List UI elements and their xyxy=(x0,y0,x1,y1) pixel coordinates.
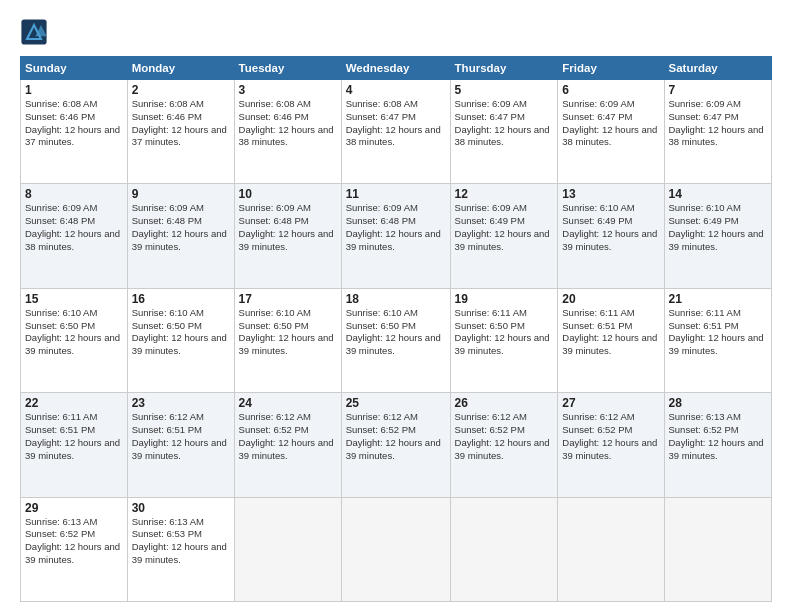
day-info: Sunrise: 6:12 AMSunset: 6:51 PMDaylight:… xyxy=(132,411,227,460)
calendar-cell: 5 Sunrise: 6:09 AMSunset: 6:47 PMDayligh… xyxy=(450,80,558,184)
day-number: 22 xyxy=(25,396,123,410)
day-number: 9 xyxy=(132,187,230,201)
day-number: 3 xyxy=(239,83,337,97)
calendar-cell: 17 Sunrise: 6:10 AMSunset: 6:50 PMDaylig… xyxy=(234,288,341,392)
calendar-cell: 21 Sunrise: 6:11 AMSunset: 6:51 PMDaylig… xyxy=(664,288,772,392)
day-number: 16 xyxy=(132,292,230,306)
day-info: Sunrise: 6:10 AMSunset: 6:50 PMDaylight:… xyxy=(239,307,334,356)
calendar-cell xyxy=(450,497,558,601)
calendar-cell: 14 Sunrise: 6:10 AMSunset: 6:49 PMDaylig… xyxy=(664,184,772,288)
day-info: Sunrise: 6:09 AMSunset: 6:48 PMDaylight:… xyxy=(25,202,120,251)
day-number: 17 xyxy=(239,292,337,306)
day-number: 4 xyxy=(346,83,446,97)
calendar-cell: 27 Sunrise: 6:12 AMSunset: 6:52 PMDaylig… xyxy=(558,393,664,497)
calendar-cell: 18 Sunrise: 6:10 AMSunset: 6:50 PMDaylig… xyxy=(341,288,450,392)
day-number: 14 xyxy=(669,187,768,201)
col-header-friday: Friday xyxy=(558,57,664,80)
day-number: 13 xyxy=(562,187,659,201)
day-info: Sunrise: 6:12 AMSunset: 6:52 PMDaylight:… xyxy=(239,411,334,460)
calendar-cell: 9 Sunrise: 6:09 AMSunset: 6:48 PMDayligh… xyxy=(127,184,234,288)
day-info: Sunrise: 6:10 AMSunset: 6:50 PMDaylight:… xyxy=(132,307,227,356)
calendar-cell: 15 Sunrise: 6:10 AMSunset: 6:50 PMDaylig… xyxy=(21,288,128,392)
logo-icon xyxy=(20,18,48,46)
calendar-cell: 26 Sunrise: 6:12 AMSunset: 6:52 PMDaylig… xyxy=(450,393,558,497)
day-info: Sunrise: 6:09 AMSunset: 6:47 PMDaylight:… xyxy=(669,98,764,147)
day-info: Sunrise: 6:09 AMSunset: 6:47 PMDaylight:… xyxy=(562,98,657,147)
calendar-cell: 6 Sunrise: 6:09 AMSunset: 6:47 PMDayligh… xyxy=(558,80,664,184)
calendar-cell: 25 Sunrise: 6:12 AMSunset: 6:52 PMDaylig… xyxy=(341,393,450,497)
day-info: Sunrise: 6:09 AMSunset: 6:48 PMDaylight:… xyxy=(346,202,441,251)
day-info: Sunrise: 6:10 AMSunset: 6:50 PMDaylight:… xyxy=(346,307,441,356)
day-info: Sunrise: 6:11 AMSunset: 6:50 PMDaylight:… xyxy=(455,307,550,356)
calendar-cell xyxy=(341,497,450,601)
calendar-cell: 7 Sunrise: 6:09 AMSunset: 6:47 PMDayligh… xyxy=(664,80,772,184)
calendar-cell: 28 Sunrise: 6:13 AMSunset: 6:52 PMDaylig… xyxy=(664,393,772,497)
day-number: 23 xyxy=(132,396,230,410)
calendar-cell: 2 Sunrise: 6:08 AMSunset: 6:46 PMDayligh… xyxy=(127,80,234,184)
day-number: 18 xyxy=(346,292,446,306)
col-header-monday: Monday xyxy=(127,57,234,80)
day-number: 12 xyxy=(455,187,554,201)
header xyxy=(20,18,772,46)
day-number: 26 xyxy=(455,396,554,410)
day-info: Sunrise: 6:08 AMSunset: 6:46 PMDaylight:… xyxy=(239,98,334,147)
calendar-cell: 11 Sunrise: 6:09 AMSunset: 6:48 PMDaylig… xyxy=(341,184,450,288)
day-number: 27 xyxy=(562,396,659,410)
day-info: Sunrise: 6:10 AMSunset: 6:49 PMDaylight:… xyxy=(562,202,657,251)
day-info: Sunrise: 6:09 AMSunset: 6:48 PMDaylight:… xyxy=(239,202,334,251)
col-header-thursday: Thursday xyxy=(450,57,558,80)
calendar-cell: 1 Sunrise: 6:08 AMSunset: 6:46 PMDayligh… xyxy=(21,80,128,184)
day-info: Sunrise: 6:12 AMSunset: 6:52 PMDaylight:… xyxy=(562,411,657,460)
calendar-cell xyxy=(664,497,772,601)
day-info: Sunrise: 6:12 AMSunset: 6:52 PMDaylight:… xyxy=(455,411,550,460)
day-info: Sunrise: 6:08 AMSunset: 6:47 PMDaylight:… xyxy=(346,98,441,147)
col-header-tuesday: Tuesday xyxy=(234,57,341,80)
calendar-cell xyxy=(234,497,341,601)
calendar-cell: 4 Sunrise: 6:08 AMSunset: 6:47 PMDayligh… xyxy=(341,80,450,184)
col-header-saturday: Saturday xyxy=(664,57,772,80)
day-info: Sunrise: 6:09 AMSunset: 6:49 PMDaylight:… xyxy=(455,202,550,251)
day-number: 19 xyxy=(455,292,554,306)
day-number: 5 xyxy=(455,83,554,97)
calendar-cell: 10 Sunrise: 6:09 AMSunset: 6:48 PMDaylig… xyxy=(234,184,341,288)
calendar-cell: 12 Sunrise: 6:09 AMSunset: 6:49 PMDaylig… xyxy=(450,184,558,288)
calendar-cell: 3 Sunrise: 6:08 AMSunset: 6:46 PMDayligh… xyxy=(234,80,341,184)
day-number: 24 xyxy=(239,396,337,410)
calendar-cell: 30 Sunrise: 6:13 AMSunset: 6:53 PMDaylig… xyxy=(127,497,234,601)
day-info: Sunrise: 6:11 AMSunset: 6:51 PMDaylight:… xyxy=(25,411,120,460)
day-number: 21 xyxy=(669,292,768,306)
calendar-cell: 13 Sunrise: 6:10 AMSunset: 6:49 PMDaylig… xyxy=(558,184,664,288)
day-number: 11 xyxy=(346,187,446,201)
calendar-cell: 22 Sunrise: 6:11 AMSunset: 6:51 PMDaylig… xyxy=(21,393,128,497)
calendar-cell xyxy=(558,497,664,601)
calendar-cell: 20 Sunrise: 6:11 AMSunset: 6:51 PMDaylig… xyxy=(558,288,664,392)
col-header-sunday: Sunday xyxy=(21,57,128,80)
day-number: 8 xyxy=(25,187,123,201)
day-number: 20 xyxy=(562,292,659,306)
day-number: 25 xyxy=(346,396,446,410)
calendar-cell: 23 Sunrise: 6:12 AMSunset: 6:51 PMDaylig… xyxy=(127,393,234,497)
day-info: Sunrise: 6:10 AMSunset: 6:50 PMDaylight:… xyxy=(25,307,120,356)
calendar-cell: 29 Sunrise: 6:13 AMSunset: 6:52 PMDaylig… xyxy=(21,497,128,601)
day-info: Sunrise: 6:13 AMSunset: 6:52 PMDaylight:… xyxy=(25,516,120,565)
day-info: Sunrise: 6:12 AMSunset: 6:52 PMDaylight:… xyxy=(346,411,441,460)
calendar-cell: 24 Sunrise: 6:12 AMSunset: 6:52 PMDaylig… xyxy=(234,393,341,497)
col-header-wednesday: Wednesday xyxy=(341,57,450,80)
day-number: 15 xyxy=(25,292,123,306)
calendar-cell: 8 Sunrise: 6:09 AMSunset: 6:48 PMDayligh… xyxy=(21,184,128,288)
day-info: Sunrise: 6:08 AMSunset: 6:46 PMDaylight:… xyxy=(132,98,227,147)
day-number: 28 xyxy=(669,396,768,410)
day-info: Sunrise: 6:10 AMSunset: 6:49 PMDaylight:… xyxy=(669,202,764,251)
day-number: 7 xyxy=(669,83,768,97)
page: SundayMondayTuesdayWednesdayThursdayFrid… xyxy=(0,0,792,612)
day-number: 10 xyxy=(239,187,337,201)
day-info: Sunrise: 6:08 AMSunset: 6:46 PMDaylight:… xyxy=(25,98,120,147)
day-info: Sunrise: 6:11 AMSunset: 6:51 PMDaylight:… xyxy=(669,307,764,356)
day-number: 29 xyxy=(25,501,123,515)
day-info: Sunrise: 6:13 AMSunset: 6:53 PMDaylight:… xyxy=(132,516,227,565)
day-number: 2 xyxy=(132,83,230,97)
day-number: 30 xyxy=(132,501,230,515)
day-info: Sunrise: 6:09 AMSunset: 6:48 PMDaylight:… xyxy=(132,202,227,251)
day-info: Sunrise: 6:09 AMSunset: 6:47 PMDaylight:… xyxy=(455,98,550,147)
logo xyxy=(20,18,52,46)
